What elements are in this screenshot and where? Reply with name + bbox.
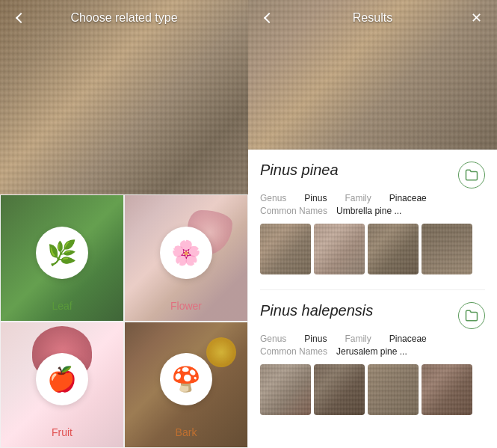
folder-icon-1 [465, 168, 478, 182]
thumb-1-4[interactable] [422, 224, 472, 274]
left-background-image: Choose related type [0, 0, 248, 194]
family-value-2: Pinaceae [389, 334, 427, 344]
left-panel: Choose related type 🌿 Leaf 🌸 Flower 🍎 [0, 0, 248, 448]
left-header: Choose related type [0, 0, 248, 36]
fruit-cell[interactable]: 🍎 Fruit [0, 322, 124, 449]
close-icon: ✕ [471, 11, 482, 25]
result-images-1 [260, 224, 485, 274]
family-label-1: Family [345, 193, 371, 203]
thumb-1-3[interactable] [368, 224, 419, 274]
result-header-2: Pinus halepensis [260, 302, 485, 329]
folder-icon-2 [465, 309, 478, 322]
left-back-button[interactable] [9, 6, 33, 30]
flower-icon: 🌸 [171, 241, 201, 265]
flower-icon-wrap: 🌸 [160, 227, 212, 279]
fruit-icon: 🍎 [47, 367, 77, 391]
family-label-2: Family [345, 334, 371, 344]
flower-label: Flower [125, 300, 247, 312]
close-button[interactable]: ✕ [464, 6, 488, 30]
result-save-button-1[interactable] [458, 162, 485, 188]
thumb-1-2[interactable] [314, 224, 365, 274]
right-header: Results ✕ [248, 0, 497, 36]
family-value-1: Pinaceae [389, 193, 427, 203]
thumb-2-3[interactable] [368, 364, 419, 415]
result-meta-genus-1: Genus Pinus Family Pinaceae [260, 193, 485, 203]
result-header-1: Pinus pinea [260, 162, 485, 188]
leaf-label: Leaf [1, 300, 123, 312]
common-names-label-1: Common Names [260, 206, 327, 216]
result-card-pinus-pinea: Pinus pinea Genus Pinus Family Pinaceae … [260, 162, 485, 274]
thumb-1-1[interactable] [260, 224, 311, 274]
result-name-2: Pinus halepensis [260, 302, 373, 319]
back-arrow-icon [16, 13, 26, 23]
bark-cell[interactable]: 🍄 Bark [124, 322, 248, 449]
flower-cell[interactable]: 🌸 Flower [124, 194, 248, 322]
common-names-value-2: Jerusalem pine ... [336, 346, 407, 357]
divider-1 [260, 289, 485, 290]
leaf-icon: 🌿 [47, 241, 77, 265]
genus-label-1: Genus [260, 193, 286, 203]
leaf-icon-wrap: 🌿 [36, 227, 88, 279]
thumb-2-4[interactable] [422, 364, 472, 415]
thumb-2-1[interactable] [260, 364, 311, 415]
type-grid: 🌿 Leaf 🌸 Flower 🍎 Fruit 🍄 [0, 194, 248, 448]
result-name-1: Pinus pinea [260, 162, 339, 179]
right-title: Results [353, 11, 392, 25]
genus-label-2: Genus [260, 334, 286, 344]
common-names-row-1: Common Names Umbrella pine ... [260, 206, 485, 216]
right-panel: Results ✕ Pinus pinea Genus Pinus [248, 0, 497, 448]
common-names-row-2: Common Names Jerusalem pine ... [260, 346, 485, 357]
leaf-cell[interactable]: 🌿 Leaf [0, 194, 124, 322]
common-names-value-1: Umbrella pine ... [336, 206, 401, 216]
result-images-2 [260, 364, 485, 415]
result-meta-genus-2: Genus Pinus Family Pinaceae [260, 334, 485, 344]
bark-icon-wrap: 🍄 [160, 353, 212, 405]
bark-yellow-accent [206, 337, 236, 367]
bark-label: Bark [125, 426, 247, 438]
fruit-icon-wrap: 🍎 [36, 353, 88, 405]
results-content: Pinus pinea Genus Pinus Family Pinaceae … [248, 150, 497, 448]
result-save-button-2[interactable] [458, 302, 485, 329]
genus-value-1: Pinus [304, 193, 327, 203]
left-title: Choose related type [70, 11, 177, 25]
fruit-label: Fruit [1, 426, 123, 438]
result-card-pinus-halepensis: Pinus halepensis Genus Pinus Family Pina… [260, 302, 485, 415]
right-background-image: Results ✕ [248, 0, 497, 150]
thumb-2-2[interactable] [314, 364, 365, 415]
right-back-button[interactable] [257, 6, 281, 30]
genus-value-2: Pinus [304, 334, 327, 344]
bark-icon: 🍄 [171, 367, 201, 391]
right-back-arrow-icon [264, 13, 274, 23]
common-names-label-2: Common Names [260, 346, 327, 357]
